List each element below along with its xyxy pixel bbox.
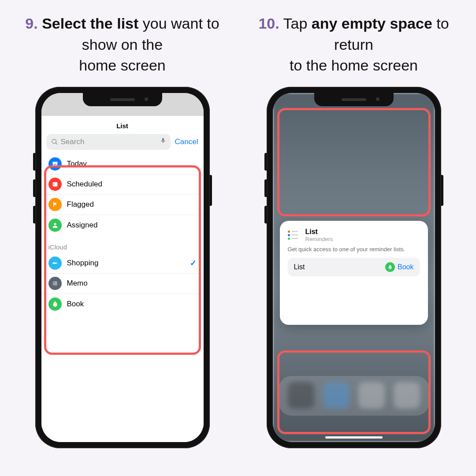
list-row-flagged[interactable]: Flagged [41,195,204,215]
widget-subtitle: Reminders [305,236,333,242]
list-row-label: Today [67,160,87,168]
list-row-scheduled[interactable]: Scheduled [41,175,204,195]
svg-rect-11 [54,285,57,285]
checkmark-icon: ✓ [190,258,197,268]
search-placeholder: Search [61,138,85,146]
step-9-instruction: 9. Select the list you want to show on t… [21,13,224,76]
notch [83,93,162,106]
step-10-instruction: 10. Tap any empty space to return to the… [253,13,455,76]
fish-icon [48,257,62,270]
list-row-assigned[interactable]: Assigned [41,215,204,235]
svg-rect-2 [53,164,56,164]
list-row-label: Shopping [67,259,99,268]
flag-icon [48,198,62,211]
leaf-icon [48,298,62,311]
reminders-icon [288,228,301,242]
phone-screen: List Search Cancel TodaySc [41,93,204,442]
svg-point-6 [53,282,54,283]
svg-rect-7 [54,282,57,282]
calendar-icon [48,178,62,191]
search-input[interactable]: Search [47,134,171,150]
home-indicator[interactable] [325,436,383,439]
step-number: 10. [258,15,279,32]
svg-point-8 [53,283,54,284]
list-row-memo[interactable]: Memo [41,274,204,294]
list-row-label: Memo [67,279,88,288]
list-row-shopping[interactable]: Shopping✓ [41,253,204,274]
mic-icon[interactable] [160,137,166,147]
svg-rect-1 [52,162,57,164]
phone-screen[interactable]: List Reminders Get quick access to one o… [273,93,435,442]
list-row-label: Scheduled [67,180,102,189]
svg-point-5 [54,223,56,225]
notch [314,93,394,106]
cancel-button[interactable]: Cancel [175,138,198,146]
widget-description: Get quick access to one of your reminder… [288,246,420,253]
row-value: Book [398,263,413,271]
svg-rect-4 [53,184,54,185]
row-label: List [294,263,305,271]
svg-point-10 [53,285,54,286]
list-container: TodayScheduledFlaggedAssigned iCloud Sho… [41,154,204,442]
phone-mockup-left: List Search Cancel TodaySc [35,87,210,448]
list-icon [48,277,62,290]
step-number: 9. [25,15,37,32]
today-icon [48,157,62,171]
list-picker-sheet: List Search Cancel TodaySc [41,116,204,442]
dock-blur [279,376,429,416]
widget-title: List [305,228,333,236]
list-row-label: Flagged [67,200,94,209]
svg-rect-9 [54,283,57,284]
leaf-icon [385,262,395,272]
section-label: iCloud [41,235,204,253]
widget-list-row[interactable]: List Book [288,258,420,276]
person-icon [48,219,62,232]
list-row-label: Assigned [67,221,98,230]
phone-mockup-right: List Reminders Get quick access to one o… [267,87,441,448]
list-row-today[interactable]: Today [41,154,204,175]
search-icon [51,138,58,145]
list-row-label: Book [67,300,84,309]
list-row-book[interactable]: Book [41,294,204,314]
sheet-title: List [41,116,204,134]
widget-config-card: List Reminders Get quick access to one o… [280,221,428,325]
